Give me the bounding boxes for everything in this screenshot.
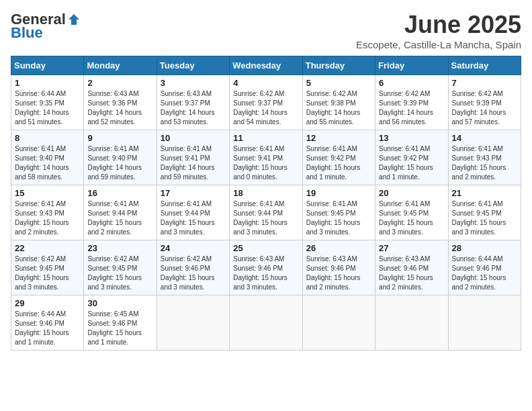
day-number: 15: [15, 188, 80, 198]
day-info: Sunrise: 6:41 AM Sunset: 9:40 PM Dayligh…: [15, 144, 80, 182]
calendar-cell: 17Sunrise: 6:41 AM Sunset: 9:44 PM Dayli…: [157, 185, 229, 240]
day-info: Sunrise: 6:41 AM Sunset: 9:43 PM Dayligh…: [15, 199, 80, 237]
day-info: Sunrise: 6:42 AM Sunset: 9:38 PM Dayligh…: [306, 89, 371, 127]
page-header: General Blue June 2025 Escopete, Castill…: [11, 11, 521, 50]
calendar-header-monday: Monday: [84, 56, 157, 75]
day-number: 25: [233, 243, 298, 253]
calendar-cell: 15Sunrise: 6:41 AM Sunset: 9:43 PM Dayli…: [11, 185, 84, 240]
calendar-cell: 26Sunrise: 6:43 AM Sunset: 9:46 PM Dayli…: [302, 240, 375, 295]
day-number: 21: [452, 188, 517, 198]
day-number: 23: [87, 243, 152, 253]
day-number: 1: [15, 78, 80, 88]
day-info: Sunrise: 6:44 AM Sunset: 9:35 PM Dayligh…: [15, 89, 80, 127]
day-number: 16: [87, 188, 152, 198]
day-number: 29: [15, 298, 80, 308]
day-info: Sunrise: 6:41 AM Sunset: 9:44 PM Dayligh…: [87, 199, 152, 237]
calendar-cell: 16Sunrise: 6:41 AM Sunset: 9:44 PM Dayli…: [84, 185, 157, 240]
calendar-cell: 4Sunrise: 6:42 AM Sunset: 9:37 PM Daylig…: [230, 75, 302, 130]
day-info: Sunrise: 6:42 AM Sunset: 9:45 PM Dayligh…: [87, 255, 152, 292]
day-info: Sunrise: 6:41 AM Sunset: 9:45 PM Dayligh…: [452, 199, 517, 237]
day-info: Sunrise: 6:41 AM Sunset: 9:44 PM Dayligh…: [233, 199, 298, 237]
calendar-cell: 14Sunrise: 6:41 AM Sunset: 9:43 PM Dayli…: [448, 130, 521, 185]
calendar-cell: 12Sunrise: 6:41 AM Sunset: 9:42 PM Dayli…: [302, 130, 375, 185]
day-info: Sunrise: 6:43 AM Sunset: 9:36 PM Dayligh…: [87, 89, 152, 127]
svg-marker-0: [69, 14, 79, 25]
day-info: Sunrise: 6:41 AM Sunset: 9:41 PM Dayligh…: [161, 144, 226, 182]
calendar-cell: 11Sunrise: 6:41 AM Sunset: 9:41 PM Dayli…: [230, 130, 302, 185]
day-number: 28: [452, 243, 517, 253]
calendar-week-row: 22Sunrise: 6:42 AM Sunset: 9:45 PM Dayli…: [11, 240, 521, 295]
day-info: Sunrise: 6:41 AM Sunset: 9:42 PM Dayligh…: [379, 144, 444, 182]
calendar-header-thursday: Thursday: [302, 56, 375, 75]
calendar-cell: 5Sunrise: 6:42 AM Sunset: 9:38 PM Daylig…: [302, 75, 375, 130]
day-info: Sunrise: 6:43 AM Sunset: 9:46 PM Dayligh…: [306, 255, 371, 292]
calendar-cell: 30Sunrise: 6:45 AM Sunset: 9:46 PM Dayli…: [84, 295, 157, 351]
calendar-cell: [448, 295, 521, 351]
day-info: Sunrise: 6:44 AM Sunset: 9:46 PM Dayligh…: [15, 310, 80, 347]
day-number: 10: [161, 133, 226, 143]
day-info: Sunrise: 6:41 AM Sunset: 9:45 PM Dayligh…: [306, 199, 371, 237]
day-number: 8: [15, 133, 80, 143]
calendar-cell: 18Sunrise: 6:41 AM Sunset: 9:44 PM Dayli…: [230, 185, 302, 240]
day-number: 4: [233, 78, 298, 88]
day-number: 11: [233, 133, 298, 143]
calendar-cell: 8Sunrise: 6:41 AM Sunset: 9:40 PM Daylig…: [11, 130, 84, 185]
day-info: Sunrise: 6:41 AM Sunset: 9:44 PM Dayligh…: [161, 199, 226, 237]
calendar-cell: 19Sunrise: 6:41 AM Sunset: 9:45 PM Dayli…: [302, 185, 375, 240]
calendar-body: 1Sunrise: 6:44 AM Sunset: 9:35 PM Daylig…: [11, 75, 521, 351]
calendar-cell: 7Sunrise: 6:42 AM Sunset: 9:39 PM Daylig…: [448, 75, 521, 130]
logo-icon: [67, 13, 81, 26]
day-info: Sunrise: 6:42 AM Sunset: 9:39 PM Dayligh…: [379, 89, 444, 127]
day-info: Sunrise: 6:43 AM Sunset: 9:37 PM Dayligh…: [161, 89, 226, 127]
calendar-cell: 9Sunrise: 6:41 AM Sunset: 9:40 PM Daylig…: [84, 130, 157, 185]
title-area: June 2025 Escopete, Castille-La Mancha, …: [356, 11, 521, 50]
day-number: 26: [306, 243, 371, 253]
day-info: Sunrise: 6:43 AM Sunset: 9:46 PM Dayligh…: [233, 255, 298, 292]
calendar-cell: 24Sunrise: 6:42 AM Sunset: 9:46 PM Dayli…: [157, 240, 229, 295]
day-number: 5: [306, 78, 371, 88]
day-number: 3: [161, 78, 226, 88]
day-info: Sunrise: 6:44 AM Sunset: 9:46 PM Dayligh…: [452, 255, 517, 292]
calendar-cell: 28Sunrise: 6:44 AM Sunset: 9:46 PM Dayli…: [448, 240, 521, 295]
day-number: 12: [306, 133, 371, 143]
calendar-header-row: SundayMondayTuesdayWednesdayThursdayFrid…: [11, 56, 521, 75]
day-info: Sunrise: 6:45 AM Sunset: 9:46 PM Dayligh…: [87, 310, 152, 347]
calendar-cell: 1Sunrise: 6:44 AM Sunset: 9:35 PM Daylig…: [11, 75, 84, 130]
location-title: Escopete, Castille-La Mancha, Spain: [356, 39, 521, 50]
day-number: 20: [379, 188, 444, 198]
day-number: 7: [452, 78, 517, 88]
calendar-header-friday: Friday: [375, 56, 448, 75]
calendar-cell: 2Sunrise: 6:43 AM Sunset: 9:36 PM Daylig…: [84, 75, 157, 130]
day-number: 30: [87, 298, 152, 308]
calendar-week-row: 1Sunrise: 6:44 AM Sunset: 9:35 PM Daylig…: [11, 75, 521, 130]
calendar-week-row: 8Sunrise: 6:41 AM Sunset: 9:40 PM Daylig…: [11, 130, 521, 185]
month-title: June 2025: [356, 11, 521, 39]
day-info: Sunrise: 6:41 AM Sunset: 9:43 PM Dayligh…: [452, 144, 517, 182]
day-number: 27: [379, 243, 444, 253]
logo: General Blue: [11, 11, 81, 42]
day-info: Sunrise: 6:42 AM Sunset: 9:37 PM Dayligh…: [233, 89, 298, 127]
calendar-header-saturday: Saturday: [448, 56, 521, 75]
calendar-cell: 10Sunrise: 6:41 AM Sunset: 9:41 PM Dayli…: [157, 130, 229, 185]
calendar-cell: 27Sunrise: 6:43 AM Sunset: 9:46 PM Dayli…: [375, 240, 448, 295]
calendar-cell: 21Sunrise: 6:41 AM Sunset: 9:45 PM Dayli…: [448, 185, 521, 240]
calendar-header-sunday: Sunday: [11, 56, 84, 75]
calendar-header-wednesday: Wednesday: [230, 56, 302, 75]
calendar-cell: 20Sunrise: 6:41 AM Sunset: 9:45 PM Dayli…: [375, 185, 448, 240]
calendar-cell: [302, 295, 375, 351]
day-info: Sunrise: 6:42 AM Sunset: 9:45 PM Dayligh…: [15, 255, 80, 292]
day-number: 22: [15, 243, 80, 253]
day-number: 14: [452, 133, 517, 143]
day-info: Sunrise: 6:42 AM Sunset: 9:39 PM Dayligh…: [452, 89, 517, 127]
calendar-header-tuesday: Tuesday: [157, 56, 229, 75]
day-number: 9: [87, 133, 152, 143]
day-info: Sunrise: 6:42 AM Sunset: 9:46 PM Dayligh…: [161, 255, 226, 292]
day-info: Sunrise: 6:41 AM Sunset: 9:40 PM Dayligh…: [87, 144, 152, 182]
calendar-cell: 13Sunrise: 6:41 AM Sunset: 9:42 PM Dayli…: [375, 130, 448, 185]
logo-blue-text: Blue: [11, 24, 43, 42]
calendar-cell: 29Sunrise: 6:44 AM Sunset: 9:46 PM Dayli…: [11, 295, 84, 351]
day-info: Sunrise: 6:43 AM Sunset: 9:46 PM Dayligh…: [379, 255, 444, 292]
calendar-week-row: 29Sunrise: 6:44 AM Sunset: 9:46 PM Dayli…: [11, 295, 521, 351]
day-number: 2: [87, 78, 152, 88]
calendar-cell: 22Sunrise: 6:42 AM Sunset: 9:45 PM Dayli…: [11, 240, 84, 295]
